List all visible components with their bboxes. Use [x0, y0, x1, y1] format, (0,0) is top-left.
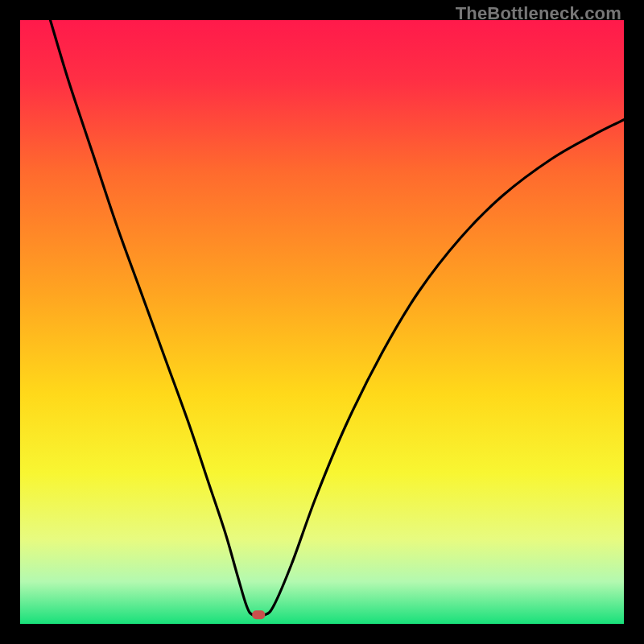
chart-frame — [20, 20, 624, 624]
chart-svg — [20, 20, 624, 624]
chart-background — [20, 20, 624, 624]
minimum-marker — [252, 610, 265, 619]
